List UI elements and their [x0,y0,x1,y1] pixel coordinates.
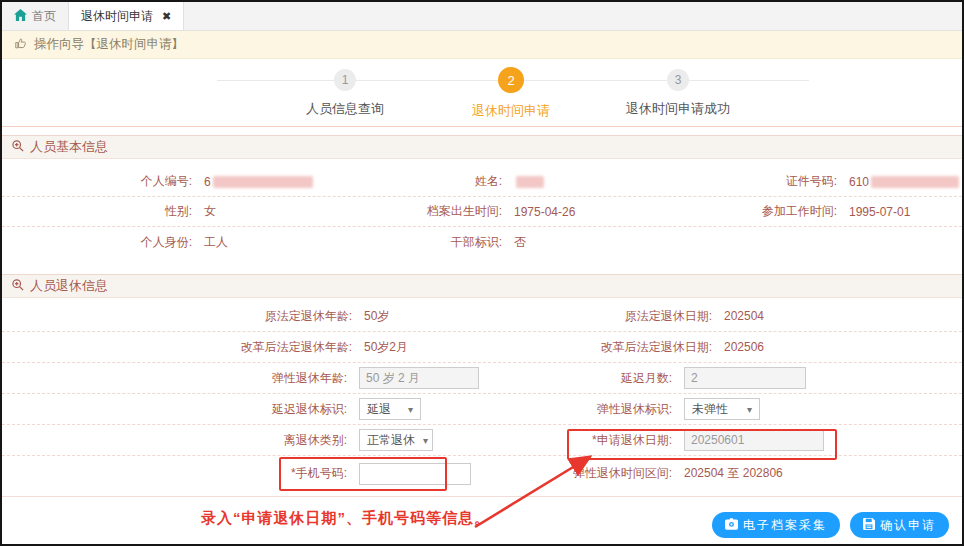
phone-input[interactable] [359,463,471,485]
stepper: 1 人员信息查询 2 退休时间申请 3 退休时间申请成功 [2,59,962,127]
basic-info-title: 人员基本信息 [30,138,108,156]
cadre-flag-value: 否 [502,234,652,251]
birth-date-label: 档案出生时间: [342,203,502,220]
tab-retirement-application[interactable]: 退休时间申请 ✖ [69,2,184,30]
name-value [502,175,652,189]
guide-bar: 操作向导【退休时间申请】 [2,31,962,59]
redaction-block [871,176,959,188]
electronic-archive-label: 电子档案采集 [743,517,827,534]
confirm-apply-label: 确认申请 [880,517,936,534]
apply-date-label: *申请退休日期: [572,432,672,449]
chevron-down-icon: ▾ [747,404,752,415]
new-retire-age-value: 50岁2月 [352,339,572,356]
step-1-label: 人员信息查询 [306,100,384,118]
name-label: 姓名: [342,173,502,190]
delay-months-input[interactable] [684,367,806,389]
basic-info-section: 人员基本信息 个人编号: 6 姓名: 证件号码: 610 性别: 女 档案出生时… [2,135,962,257]
cadre-flag-label: 干部标识: [342,234,502,251]
redaction-block [516,176,544,188]
flex-range-value: 202504 至 202806 [672,465,962,482]
identity-label: 个人身份: [2,234,192,251]
flex-flag-select[interactable]: 未弹性▾ [684,398,760,420]
thumb-up-icon [14,36,28,53]
electronic-archive-button[interactable]: 电子档案采集 [712,512,840,538]
old-retire-age-value: 50岁 [352,308,572,325]
step-1-person-query: 1 人员信息查询 [306,67,384,118]
tab-active-label: 退休时间申请 [81,8,153,25]
tab-bar: 首页 退休时间申请 ✖ [2,2,962,31]
zoom-in-icon [12,140,24,155]
apply-date-input[interactable] [684,429,824,451]
retire-row-1: 原法定退休年龄: 50岁 原法定退休日期: 202504 [2,298,962,332]
chevron-down-icon: ▾ [408,404,413,415]
flex-range-label: 弹性退休时间区间: [572,465,672,482]
retire-row-5: 离退休类别: 正常退休▾ *申请退休日期: [2,425,962,456]
confirm-apply-button[interactable]: 确认申请 [850,512,949,538]
work-start-label: 参加工作时间: [652,203,837,220]
basic-info-header: 人员基本信息 [2,135,962,159]
annotation-text: 录入“申请退休日期”、手机号码等信息。 [201,509,490,528]
old-retire-date-value: 202504 [712,309,962,323]
old-retire-age-label: 原法定退休年龄: [2,308,352,325]
gender-label: 性别: [2,203,192,220]
retire-category-label: 离退休类别: [2,432,347,449]
tab-close-icon[interactable]: ✖ [162,10,171,23]
step-2-label: 退休时间申请 [472,102,550,120]
identity-value: 工人 [192,234,342,251]
retire-info-section: 人员退休信息 原法定退休年龄: 50岁 原法定退休日期: 202504 改革后法… [2,274,962,497]
redaction-block [213,176,313,188]
gender-value: 女 [192,203,342,220]
step-2-circle: 2 [498,67,524,93]
retire-info-header: 人员退休信息 [2,274,962,298]
step-3-success: 3 退休时间申请成功 [626,67,730,118]
chevron-down-icon: ▾ [423,435,428,446]
old-retire-date-label: 原法定退休日期: [572,308,712,325]
step-3-label: 退休时间申请成功 [626,100,730,118]
basic-row-3: 个人身份: 工人 干部标识: 否 [2,227,962,257]
step-1-circle: 1 [334,69,356,91]
home-icon [14,9,27,24]
step-2-retire-apply: 2 退休时间申请 [472,67,550,120]
flex-retire-age-label: 弹性退休年龄: [2,370,347,387]
delay-flag-select[interactable]: 延退▾ [359,398,421,420]
new-retire-date-label: 改革后法定退休日期: [572,339,712,356]
footer-actions: 电子档案采集 确认申请 [712,512,949,538]
retire-row-3: 弹性退休年龄: 延迟月数: [2,363,962,394]
save-icon [863,518,875,533]
retire-category-select[interactable]: 正常退休▾ [359,429,433,451]
id-number-label: 证件号码: [652,173,837,190]
delay-months-label: 延迟月数: [572,370,672,387]
delay-flag-label: 延迟退休标识: [2,401,347,418]
new-retire-age-label: 改革后法定退休年龄: [2,339,352,356]
retire-row-4: 延迟退休标识: 延退▾ 弹性退休标识: 未弹性▾ [2,394,962,425]
camera-icon [725,518,738,533]
person-no-value: 6 [192,175,342,189]
flex-retire-age-input[interactable] [359,367,479,389]
retire-row-6: *手机号码: 弹性退休时间区间: 202504 至 202806 [2,456,962,491]
basic-row-1: 个人编号: 6 姓名: 证件号码: 610 [2,159,962,197]
retire-row-2: 改革后法定退休年龄: 50岁2月 改革后法定退休日期: 202506 [2,332,962,363]
retire-info-title: 人员退休信息 [30,277,108,295]
zoom-in-icon [12,279,24,294]
work-start-value: 1995-07-01 [837,205,962,219]
new-retire-date-value: 202506 [712,340,962,354]
phone-label: *手机号码: [2,465,347,482]
guide-text: 操作向导【退休时间申请】 [34,36,184,53]
id-number-value: 610 [837,175,962,189]
step-3-circle: 3 [667,69,689,91]
tab-home[interactable]: 首页 [2,2,69,30]
app-window: 首页 退休时间申请 ✖ 操作向导【退休时间申请】 1 人员信息查询 2 退休时间… [0,0,964,546]
basic-row-2: 性别: 女 档案出生时间: 1975-04-26 参加工作时间: 1995-07… [2,197,962,227]
flex-flag-label: 弹性退休标识: [572,401,672,418]
birth-date-value: 1975-04-26 [502,205,652,219]
person-no-label: 个人编号: [2,173,192,190]
tab-home-label: 首页 [32,8,56,25]
